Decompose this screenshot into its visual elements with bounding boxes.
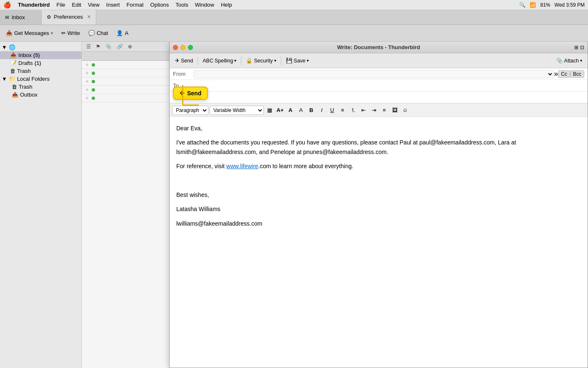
send-label: Send <box>181 58 193 64</box>
menu-thunderbird[interactable]: Thunderbird <box>18 2 50 8</box>
tab-preferences[interactable]: ⚙ Preferences ✕ <box>42 10 96 25</box>
tab-inbox[interactable]: ✉ Inbox <box>0 10 42 25</box>
security-caret: ▾ <box>274 58 276 63</box>
table-icon[interactable]: ▦ <box>265 106 274 115</box>
sidebar-item-lf-trash[interactable]: 🗑 Trash <box>0 83 81 91</box>
paperclip-icon[interactable]: 📎 <box>104 43 113 50</box>
local-folders-header[interactable]: ▼ 📁 Local Folders <box>0 75 81 83</box>
tab-close-icon[interactable]: ✕ <box>87 14 91 20</box>
write-button[interactable]: ✏ Write <box>58 28 83 38</box>
from-select[interactable] <box>194 70 554 78</box>
menu-file[interactable]: File <box>57 2 65 8</box>
app-layout: ▼ 🌐 📥 Inbox (5) 📝 Drafts (1) 🗑 Trash ▼ 📁… <box>0 42 588 368</box>
more-options-icon[interactable]: » <box>554 70 558 78</box>
sidebar-item-lf-outbox[interactable]: 📤 Outbox <box>0 91 81 99</box>
close-button[interactable] <box>173 45 178 50</box>
menu-edit[interactable]: Edit <box>72 2 81 8</box>
tab-preferences-label: Preferences <box>54 14 83 20</box>
main-content: ☰ ⚑ 📎 🔗 ⊕ Date ▼ ★ 9/28/20, 1:32 PM ★ 9/… <box>82 42 588 368</box>
account-header[interactable]: ▼ 🌐 <box>0 43 81 51</box>
resize-icon[interactable]: ⊞ <box>574 45 578 50</box>
spelling-button[interactable]: ABC Spelling ▾ <box>200 57 239 65</box>
maximize-button[interactable] <box>188 45 193 50</box>
address-book-icon: 👤 <box>116 30 123 36</box>
sort-icon[interactable]: ☰ <box>85 43 92 50</box>
paragraph-select[interactable]: Paragraph <box>172 106 208 115</box>
star-icon-3[interactable]: ★ <box>85 79 89 84</box>
flag-icon[interactable]: ⚑ <box>95 43 102 50</box>
compose-body[interactable]: Dear Eva, I've attached the documents yo… <box>170 117 588 368</box>
spotlight-icon[interactable]: 🔍 <box>519 2 525 8</box>
lf-trash-label: Trash <box>19 84 33 90</box>
menu-format[interactable]: Format <box>126 2 143 8</box>
status-dot-1 <box>92 63 95 67</box>
attach-caret: ▾ <box>580 58 582 63</box>
cc-button[interactable]: Cc <box>558 70 570 78</box>
menu-options[interactable]: Options <box>150 2 169 8</box>
bold-icon[interactable]: B <box>307 106 316 115</box>
tab-bar: ✉ Inbox ⚙ Preferences ✕ <box>0 10 588 25</box>
toolbar-divider-3 <box>281 57 281 65</box>
attach-label: Attach <box>564 58 579 64</box>
font-select[interactable]: Variable Width <box>210 106 264 115</box>
outdent-icon[interactable]: ⇤ <box>359 106 368 115</box>
star-icon-5[interactable]: ★ <box>85 95 89 101</box>
italic-icon[interactable]: I <box>317 106 326 115</box>
get-messages-caret: ▾ <box>51 31 53 35</box>
security-button[interactable]: 🔒 Security ▾ <box>243 56 279 65</box>
wifi-icon: 📶 <box>530 2 536 8</box>
toolbar-divider-2 <box>241 57 241 65</box>
star-icon-1[interactable]: ★ <box>85 62 89 67</box>
get-messages-button[interactable]: 📥 Get Messages ▾ <box>3 28 56 38</box>
trash-label: Trash <box>17 68 31 74</box>
indent-icon[interactable]: ⇥ <box>369 106 378 115</box>
apple-menu[interactable]: 🍎 <box>3 1 11 9</box>
menu-view[interactable]: View <box>88 2 100 8</box>
font-small-icon[interactable]: A <box>296 106 305 115</box>
inbox-count: (5) <box>33 52 40 58</box>
image-icon[interactable]: 🖼 <box>390 106 399 115</box>
attach-button[interactable]: 📎 Attach ▾ <box>553 56 585 65</box>
link-icon[interactable]: 🔗 <box>115 43 124 50</box>
minimize-button[interactable] <box>180 45 185 50</box>
battery-status: 81% <box>540 2 550 8</box>
address-book-label: A <box>125 30 128 36</box>
subject-input[interactable] <box>173 93 584 101</box>
para2-link[interactable]: www.lifewire <box>226 163 258 169</box>
bullet-list-icon[interactable]: ≡ <box>338 106 347 115</box>
bcc-button[interactable]: Bcc <box>570 70 584 78</box>
star-icon-2[interactable]: ★ <box>85 70 89 76</box>
write-icon: ✏ <box>61 30 66 36</box>
star-icon-4[interactable]: ★ <box>85 87 89 92</box>
to-input[interactable] <box>194 82 584 90</box>
address-book-button[interactable]: 👤 A <box>113 28 132 38</box>
menu-help[interactable]: Help <box>221 2 232 8</box>
smiley-icon[interactable]: ☺ <box>400 106 410 115</box>
font-larger-icon[interactable]: A+ <box>275 106 285 115</box>
subject-row <box>170 92 588 103</box>
body-email: lwilliams@fakeemailaddress.com <box>176 219 581 228</box>
sidebar-item-drafts[interactable]: 📝 Drafts (1) <box>0 59 81 67</box>
numbered-list-icon[interactable]: ⒈ <box>348 106 358 115</box>
font-large-icon[interactable]: A <box>286 106 295 115</box>
sidebar-item-trash[interactable]: 🗑 Trash <box>0 67 81 75</box>
menu-tools[interactable]: Tools <box>175 2 188 8</box>
menu-insert[interactable]: Insert <box>106 2 120 8</box>
send-button[interactable]: ✈ Send <box>172 56 196 65</box>
sidebar-item-inbox[interactable]: 📥 Inbox (5) <box>0 51 81 59</box>
filter-icon[interactable]: ⊕ <box>127 43 133 50</box>
underline-icon[interactable]: U <box>328 106 337 115</box>
save-button[interactable]: 💾 Save ▾ <box>283 56 312 65</box>
status-dot-5 <box>92 97 95 100</box>
expand-icon[interactable]: ⊡ <box>580 45 584 50</box>
para2-pre: For reference, visit <box>176 163 226 169</box>
inbox-label: Inbox <box>18 52 32 58</box>
account-icon: 🌐 <box>9 44 15 50</box>
drafts-count: (1) <box>35 60 41 66</box>
lf-outbox-icon: 📤 <box>12 92 18 98</box>
main-toolbar: 📥 Get Messages ▾ ✏ Write 💬 Chat 👤 A <box>0 25 588 42</box>
local-folders-folder-icon: 📁 <box>9 76 15 82</box>
chat-button[interactable]: 💬 Chat <box>85 28 111 38</box>
menu-window[interactable]: Window <box>195 2 214 8</box>
align-icon[interactable]: ≡ <box>380 106 389 115</box>
